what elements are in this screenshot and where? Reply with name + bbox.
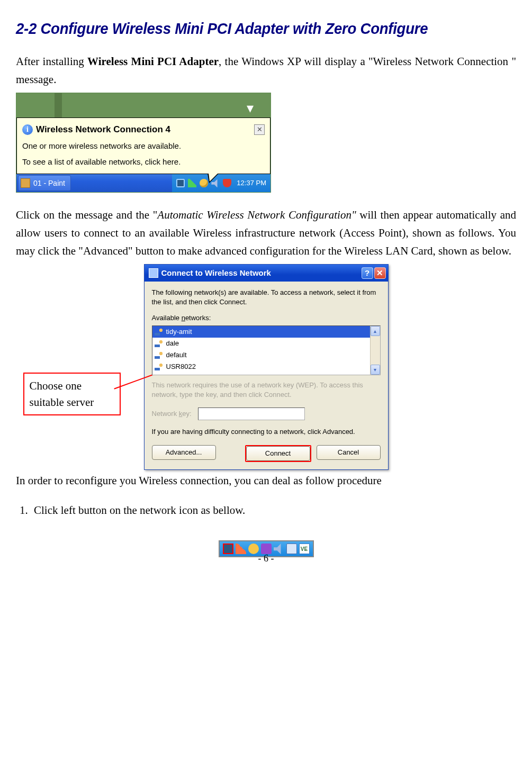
paint-icon — [21, 178, 30, 188]
dialog-titlebar[interactable]: Connect to Wireless Network ? ✕ — [145, 265, 388, 282]
available-networks-label: Available networks: — [152, 313, 381, 324]
step-1: Click left button on the network icon as… — [31, 502, 516, 520]
intro-paragraph-2: Click on the message and the "Automatic … — [16, 206, 516, 260]
system-tray[interactable]: 12:37 PM — [172, 174, 270, 192]
connect-button[interactable]: Connect — [246, 446, 310, 461]
signal-icon[interactable] — [188, 179, 196, 187]
network-item-icon — [155, 351, 163, 359]
taskbar-app-paint[interactable]: 01 - Paint — [18, 175, 71, 191]
dialog-icon — [149, 268, 158, 278]
taskbar[interactable]: 01 - Paint 12:37 PM — [16, 174, 270, 192]
connect-wireless-dialog: Connect to Wireless Network ? ✕ The foll… — [144, 264, 389, 470]
reconfigure-paragraph: In order to reconfigure you Wireless con… — [16, 472, 516, 490]
wep-hint-text: This network requires the use of a netwo… — [152, 381, 381, 399]
text-italic: Automatic Wireless Network Configuration… — [157, 209, 356, 221]
cancel-button[interactable]: Cancel — [317, 445, 381, 460]
text: etworks: — [185, 314, 211, 322]
network-icon[interactable] — [176, 179, 185, 187]
text: Click on the message and the " — [16, 209, 157, 221]
text: ey: — [182, 410, 191, 418]
callout-line: Choose one — [30, 378, 114, 394]
shield-icon[interactable] — [223, 179, 231, 187]
dialog-body: The following network(s) are available. … — [145, 282, 388, 469]
list-scrollbar[interactable]: ▴ ▾ — [370, 326, 380, 375]
network-item-icon — [155, 328, 163, 336]
status-face-icon[interactable] — [200, 179, 208, 187]
text: After installing — [16, 55, 87, 68]
screenshot-connect-dialog-wrap: Choose one suitable server Connect to Wi… — [144, 264, 389, 470]
taskbar-app-label: 01 - Paint — [33, 177, 65, 189]
tray-clock: 12:37 PM — [237, 178, 266, 189]
advanced-button[interactable]: Advanced... — [152, 445, 216, 460]
network-item[interactable]: USR8022 — [152, 361, 380, 373]
dialog-intro-text: The following network(s) are available. … — [152, 288, 381, 306]
network-key-input[interactable] — [198, 407, 305, 420]
available-networks-list[interactable]: tidy-amit dale default USR8022 ▴ ▾ — [152, 325, 381, 375]
desktop-wallpaper-strip: ▾ — [16, 93, 270, 117]
network-item[interactable]: dale — [152, 338, 380, 349]
advanced-hint-text: If you are having difficulty connecting … — [152, 427, 381, 438]
titlebar-close-button[interactable]: ✕ — [374, 267, 386, 279]
dialog-title: Connect to Wireless Network — [161, 267, 271, 279]
network-item-label: default — [166, 350, 187, 361]
intro-paragraph-1: After installing Wireless Mini PCI Adapt… — [16, 53, 516, 88]
text: Network — [152, 410, 179, 418]
notification-balloon[interactable]: i Wireless Network Connection 4 ✕ One or… — [16, 117, 270, 174]
scroll-down-button[interactable]: ▾ — [371, 365, 380, 375]
balloon-line-1: One or more wireless networks are availa… — [22, 140, 265, 152]
screenshot-notification: ▾ i Wireless Network Connection 4 ✕ One … — [16, 93, 271, 193]
caret-icon: ▾ — [247, 97, 254, 120]
connect-button-highlight: Connect — [245, 445, 311, 462]
text-bold: Wireless Mini PCI Adapter — [87, 55, 219, 68]
callout-line: suitable server — [30, 394, 114, 410]
dialog-button-row: Advanced... Connect Cancel — [152, 445, 381, 462]
page-number: - 6 - — [0, 551, 532, 566]
network-item-icon — [155, 340, 163, 347]
text-underline: n — [182, 314, 185, 322]
network-item[interactable]: default — [152, 349, 380, 361]
balloon-line-2: To see a list of available networks, cli… — [22, 156, 265, 168]
scroll-up-button[interactable]: ▴ — [371, 326, 380, 336]
text: Available — [152, 314, 182, 322]
network-item-icon — [155, 363, 163, 370]
steps-list: Click left button on the network icon as… — [16, 502, 516, 520]
network-item-selected[interactable]: tidy-amit — [152, 326, 380, 338]
titlebar-help-button[interactable]: ? — [362, 267, 373, 279]
balloon-close-button[interactable]: ✕ — [254, 124, 265, 135]
network-item-label: USR8022 — [166, 361, 196, 373]
info-icon: i — [22, 124, 33, 135]
balloon-title: Wireless Network Connection 4 — [36, 122, 170, 137]
network-item-label: tidy-amit — [166, 327, 192, 338]
network-key-row: Network key: — [152, 407, 381, 420]
section-heading: 2-2 Configure Wireless Mini PCI Adapter … — [16, 16, 476, 41]
network-key-label: Network key: — [152, 409, 192, 420]
network-item-label: dale — [166, 338, 179, 349]
callout-box: Choose one suitable server — [23, 373, 121, 415]
